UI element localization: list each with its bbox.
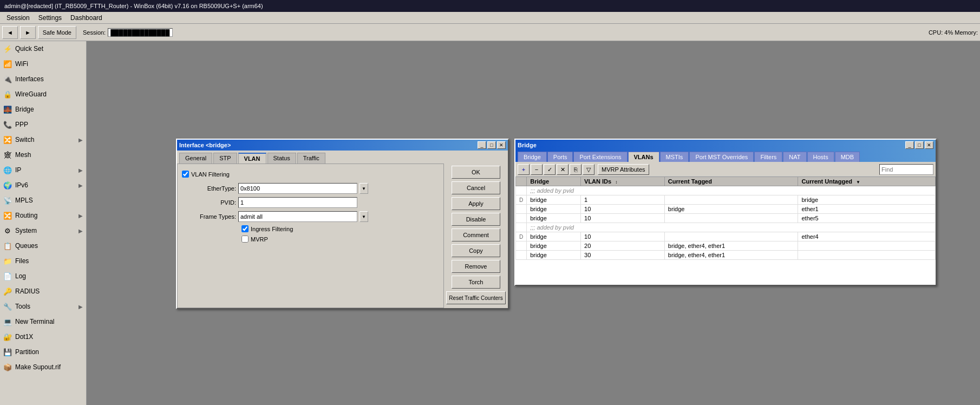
table-row[interactable]: ;;; added by pvid bbox=[516, 186, 936, 195]
sidebar-item-wifi[interactable]: 📶 WiFi bbox=[0, 56, 86, 71]
sidebar-item-mpls[interactable]: 📡 MPLS bbox=[0, 193, 86, 208]
table-row[interactable]: ;;; added by pvid bbox=[516, 223, 936, 232]
sidebar-item-ipv6[interactable]: 🌍 IPv6 ▶ bbox=[0, 178, 86, 193]
sidebar-item-wireguard[interactable]: 🔒 WireGuard bbox=[0, 87, 86, 102]
col-bridge[interactable]: Bridge bbox=[527, 177, 581, 186]
sidebar-item-dot1x[interactable]: 🔐 Dot1X bbox=[0, 329, 86, 344]
disable-button[interactable]: Disable bbox=[452, 213, 500, 226]
menu-settings[interactable]: Settings bbox=[34, 13, 66, 23]
sidebar-item-mesh[interactable]: 🕸 Mesh bbox=[0, 147, 86, 162]
sidebar-item-quick-set[interactable]: ⚡ Quick Set bbox=[0, 41, 86, 56]
sidebar-item-log[interactable]: 📄 Log bbox=[0, 269, 86, 284]
col-current-untagged[interactable]: Current Untagged ▼ bbox=[798, 177, 936, 186]
tab-vlan[interactable]: VLAN bbox=[238, 153, 266, 164]
ingress-filtering-checkbox[interactable] bbox=[241, 225, 249, 232]
mvrp-checkbox[interactable] bbox=[241, 236, 249, 243]
ethertype-input[interactable] bbox=[238, 183, 357, 194]
table-row[interactable]: bridge10ether5 bbox=[516, 214, 936, 223]
sidebar-item-make-supout[interactable]: 📦 Make Supout.rif bbox=[0, 360, 86, 375]
menu-dashboard[interactable]: Dashboard bbox=[66, 13, 107, 23]
sidebar-item-queues[interactable]: 📋 Queues bbox=[0, 238, 86, 253]
mvrp-attributes-button[interactable]: MVRP Attributes bbox=[598, 164, 649, 175]
bridge-tab-port-extensions[interactable]: Port Extensions bbox=[573, 152, 627, 162]
table-row[interactable]: bridge30bridge, ether4, ether1 bbox=[516, 251, 936, 260]
bridge-tab-port-mst-overrides[interactable]: Port MST Overrides bbox=[689, 152, 754, 162]
bridge-cancel-button[interactable]: ✕ bbox=[557, 164, 569, 175]
sidebar-item-routing[interactable]: 🔀 Routing ▶ bbox=[0, 208, 86, 223]
col-current-tagged[interactable]: Current Tagged bbox=[664, 177, 798, 186]
table-row[interactable]: Dbridge1bridge bbox=[516, 195, 936, 205]
sidebar-item-switch[interactable]: 🔀 Switch ▶ bbox=[0, 132, 86, 147]
frame-types-dropdown-button[interactable]: ▼ bbox=[360, 211, 368, 222]
tab-general[interactable]: General bbox=[179, 153, 212, 164]
files-icon: 📁 bbox=[3, 257, 12, 265]
bridge-add-button[interactable]: + bbox=[518, 164, 530, 175]
bridge-tab-hosts[interactable]: Hosts bbox=[807, 152, 834, 162]
bridge-tab-mstis[interactable]: MSTIs bbox=[660, 152, 689, 162]
bridge-tab-vlans[interactable]: VLANs bbox=[628, 152, 659, 162]
sidebar-item-partition[interactable]: 💾 Partition bbox=[0, 344, 86, 360]
bridge-tab-filters[interactable]: Filters bbox=[754, 152, 782, 162]
interface-close-button[interactable]: ✕ bbox=[497, 141, 506, 149]
bridge-tab-bridge[interactable]: Bridge bbox=[518, 152, 547, 162]
sidebar-item-tools[interactable]: 🔧 Tools ▶ bbox=[0, 299, 86, 314]
interface-maximize-button[interactable]: □ bbox=[487, 141, 496, 149]
tab-status[interactable]: Status bbox=[267, 153, 296, 164]
sidebar-item-interfaces[interactable]: 🔌 Interfaces bbox=[0, 71, 86, 87]
forward-button[interactable]: ► bbox=[20, 26, 36, 39]
cell-current-untagged: bridge bbox=[798, 195, 936, 205]
sidebar-item-radius[interactable]: 🔑 RADIUS bbox=[0, 284, 86, 299]
bridge-copy-button[interactable]: ⎘ bbox=[570, 164, 582, 175]
log-icon: 📄 bbox=[3, 272, 12, 280]
comment-button[interactable]: Comment bbox=[452, 228, 500, 241]
table-row[interactable]: Dbridge10ether4 bbox=[516, 232, 936, 241]
ethertype-dropdown-button[interactable]: ▼ bbox=[360, 183, 368, 194]
bridge-tab-nat[interactable]: NAT bbox=[783, 152, 806, 162]
interface-titlebar: Interface <bridge> _ □ ✕ bbox=[177, 140, 508, 151]
sidebar-label-new-terminal: New Terminal bbox=[15, 318, 54, 325]
pvid-input[interactable] bbox=[238, 197, 357, 208]
sidebar-item-files[interactable]: 📁 Files bbox=[0, 253, 86, 269]
cell-current-untagged: ether5 bbox=[798, 214, 936, 223]
menu-session[interactable]: Session bbox=[2, 13, 34, 23]
apply-button[interactable]: Apply bbox=[452, 197, 500, 210]
ok-button[interactable]: OK bbox=[452, 166, 500, 179]
dialog-buttons-area: OK Cancel Apply Disable Comment Copy Rem… bbox=[444, 164, 508, 308]
bridge-remove-button[interactable]: − bbox=[531, 164, 543, 175]
bridge-edit-button[interactable]: ✓ bbox=[544, 164, 556, 175]
back-button[interactable]: ◄ bbox=[2, 26, 18, 39]
sidebar-item-ppp[interactable]: 📞 PPP bbox=[0, 117, 86, 132]
title-text: admin@[redacted] (IT_RB5009_FTTH_Router)… bbox=[4, 3, 263, 9]
remove-button[interactable]: Remove bbox=[452, 260, 500, 273]
col-marker[interactable] bbox=[516, 177, 527, 186]
tab-stp[interactable]: STP bbox=[213, 153, 237, 164]
vlan-filtering-checkbox[interactable] bbox=[182, 171, 189, 178]
sidebar-item-system[interactable]: ⚙ System ▶ bbox=[0, 223, 86, 238]
interface-inner: VLAN Filtering EtherType: ▼ PVID: bbox=[177, 164, 508, 308]
torch-button[interactable]: Torch bbox=[452, 276, 500, 289]
bridge-filter-button[interactable]: ▽ bbox=[583, 164, 594, 175]
interface-minimize-button[interactable]: _ bbox=[478, 141, 486, 149]
d-marker bbox=[516, 223, 527, 232]
cancel-button[interactable]: Cancel bbox=[452, 181, 500, 194]
reset-traffic-button[interactable]: Reset Traffic Counters bbox=[446, 291, 506, 304]
sidebar: ⚡ Quick Set 📶 WiFi 🔌 Interfaces 🔒 WireGu… bbox=[0, 41, 87, 405]
tab-traffic[interactable]: Traffic bbox=[297, 153, 325, 164]
col-vlan-ids[interactable]: VLAN IDs ↕ bbox=[581, 177, 665, 186]
bridge-find-input[interactable] bbox=[879, 164, 933, 175]
sidebar-item-new-terminal[interactable]: 💻 New Terminal bbox=[0, 314, 86, 329]
table-row[interactable]: bridge10bridgeether1 bbox=[516, 205, 936, 214]
frame-types-input[interactable] bbox=[238, 211, 357, 222]
copy-button[interactable]: Copy bbox=[452, 244, 500, 257]
table-row[interactable]: bridge20bridge, ether4, ether1 bbox=[516, 241, 936, 251]
cell-bridge: bridge bbox=[527, 195, 581, 205]
bridge-maximize-button[interactable]: □ bbox=[915, 141, 924, 149]
bridge-close-button[interactable]: ✕ bbox=[925, 141, 933, 149]
bridge-minimize-button[interactable]: _ bbox=[905, 141, 914, 149]
bridge-tab-mdb[interactable]: MDB bbox=[835, 152, 860, 162]
bridge-tab-ports[interactable]: Ports bbox=[547, 152, 573, 162]
sidebar-item-bridge[interactable]: 🌉 Bridge bbox=[0, 102, 86, 117]
safe-mode-button[interactable]: Safe Mode bbox=[38, 26, 76, 39]
sidebar-item-ip[interactable]: 🌐 IP ▶ bbox=[0, 162, 86, 178]
interfaces-icon: 🔌 bbox=[3, 75, 12, 83]
